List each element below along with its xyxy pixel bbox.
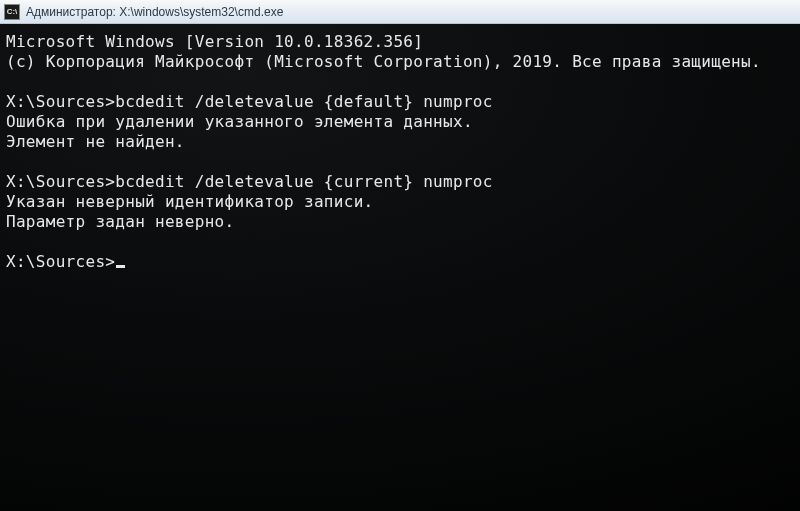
terminal-line: Microsoft Windows [Version 10.0.18362.35… [6,32,794,52]
terminal-line: X:\Sources>bcdedit /deletevalue {default… [6,92,794,112]
cmd-window: C:\ Администратор: X:\windows\system32\c… [0,0,800,511]
terminal-line: X:\Sources>bcdedit /deletevalue {current… [6,172,794,192]
terminal-line [6,152,794,172]
terminal-line: Параметр задан неверно. [6,212,794,232]
text-cursor [116,265,125,268]
terminal-line [6,232,794,252]
terminal-line: X:\Sources> [6,252,794,272]
terminal-output[interactable]: Microsoft Windows [Version 10.0.18362.35… [0,24,800,511]
window-title: Администратор: X:\windows\system32\cmd.e… [26,5,283,19]
terminal-line: (c) Корпорация Майкрософт (Microsoft Cor… [6,52,794,72]
terminal-line: Ошибка при удалении указанного элемента … [6,112,794,132]
terminal-line: Элемент не найден. [6,132,794,152]
window-titlebar[interactable]: C:\ Администратор: X:\windows\system32\c… [0,0,800,24]
terminal-line: Указан неверный идентификатор записи. [6,192,794,212]
terminal-line [6,72,794,92]
cmd-app-icon: C:\ [4,4,20,20]
